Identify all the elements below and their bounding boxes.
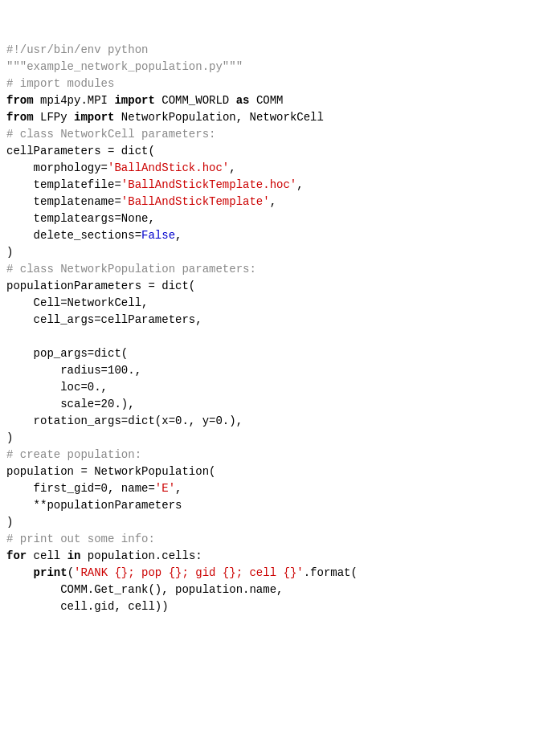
code-line: templatefile='BallAndStickTemplate.hoc', bbox=[6, 177, 554, 194]
code-line: scale=20.), bbox=[6, 396, 554, 413]
code-line: rotation_args=dict(x=0., y=0.), bbox=[6, 413, 554, 430]
code-token: from bbox=[6, 94, 34, 107]
code-token: import bbox=[74, 111, 114, 124]
code-line: Cell=NetworkCell, bbox=[6, 295, 554, 312]
code-line: print('RANK {}; pop {}; gid {}; cell {}'… bbox=[6, 565, 554, 582]
code-token: # import modules bbox=[6, 77, 114, 90]
code-line: radius=100., bbox=[6, 362, 554, 379]
code-token: 'BallAndStickTemplate' bbox=[121, 195, 270, 208]
code-token: # print out some info: bbox=[6, 533, 155, 545]
code-line: # print out some info: bbox=[6, 531, 554, 548]
code-token: # class NetworkPopulation parameters: bbox=[6, 263, 256, 276]
code-token: in bbox=[67, 549, 81, 562]
code-line: templatename='BallAndStickTemplate', bbox=[6, 194, 554, 210]
code-line: first_gid=0, name='E', bbox=[6, 480, 554, 497]
code-line: population = NetworkPopulation( bbox=[6, 463, 554, 480]
code-token: for bbox=[6, 549, 27, 562]
code-token: as bbox=[236, 94, 250, 107]
code-line: cellParameters = dict( bbox=[6, 143, 554, 160]
code-line: for cell in population.cells: bbox=[6, 548, 554, 565]
code-line: from LFPy import NetworkPopulation, Netw… bbox=[6, 109, 554, 126]
code-token: 'BallAndStickTemplate.hoc' bbox=[121, 178, 296, 191]
code-token: # create population: bbox=[6, 448, 141, 461]
code-line: # class NetworkCell parameters: bbox=[6, 126, 554, 143]
code-line: # import modules bbox=[6, 76, 554, 92]
code-token: """example_network_population.py""" bbox=[6, 60, 243, 73]
code-token: #!/usr/bin/env python bbox=[6, 43, 148, 56]
code-line: ) bbox=[6, 244, 554, 261]
code-line: #!/usr/bin/env python bbox=[6, 42, 554, 59]
code-line: morphology='BallAndStick.hoc', bbox=[6, 160, 554, 177]
code-line: delete_sections=False, bbox=[6, 227, 554, 244]
code-token: 'RANK {}; pop {}; gid {}; cell {}' bbox=[74, 566, 304, 579]
code-display: #!/usr/bin/env python"""example_network_… bbox=[6, 8, 554, 632]
code-line: ) bbox=[6, 514, 554, 531]
code-line: from mpi4py.MPI import COMM_WORLD as COM… bbox=[6, 92, 554, 109]
code-line: pop_args=dict( bbox=[6, 345, 554, 362]
code-line: ) bbox=[6, 430, 554, 447]
code-line: populationParameters = dict( bbox=[6, 278, 554, 295]
code-token: 'E' bbox=[155, 482, 175, 495]
code-token: print bbox=[34, 566, 67, 579]
code-token: False bbox=[141, 229, 175, 242]
code-token: 'BallAndStick.hoc' bbox=[108, 161, 229, 174]
code-token: import bbox=[114, 94, 154, 107]
code-line: """example_network_population.py""" bbox=[6, 59, 554, 76]
code-line: # class NetworkPopulation parameters: bbox=[6, 261, 554, 278]
code-line: # create population: bbox=[6, 447, 554, 463]
code-line: cell_args=cellParameters, bbox=[6, 312, 554, 329]
code-line: cell.gid, cell)) bbox=[6, 598, 554, 615]
code-line: COMM.Get_rank(), population.name, bbox=[6, 582, 554, 598]
code-line: loc=0., bbox=[6, 379, 554, 396]
code-token: # class NetworkCell parameters: bbox=[6, 128, 215, 141]
code-line: templateargs=None, bbox=[6, 210, 554, 227]
code-line: **populationParameters bbox=[6, 497, 554, 514]
code-token: from bbox=[6, 111, 34, 124]
code-line bbox=[6, 329, 554, 345]
